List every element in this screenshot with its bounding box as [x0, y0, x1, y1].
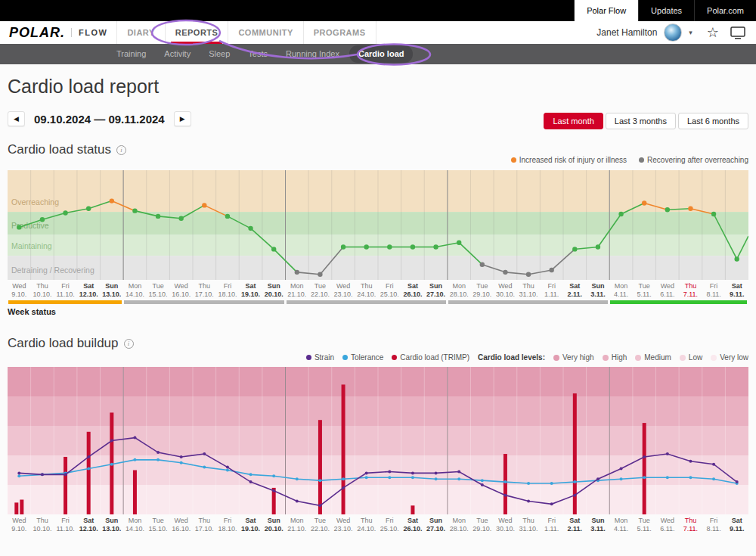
x-axis-label: Sun3.11.: [587, 282, 610, 299]
cardio-load-status-chart: OverreachingProductiveMaintainingDetrain…: [8, 170, 748, 280]
tolerance-point: [17, 474, 20, 477]
x-axis-label: Thu24.10.: [355, 517, 378, 533]
subnav-item-tests[interactable]: Tests: [240, 44, 276, 64]
tolerance-point: [503, 480, 507, 483]
tolerance-point: [249, 473, 253, 476]
next-period-button[interactable]: ▶: [174, 111, 191, 126]
strain-point: [643, 455, 646, 458]
strain-point: [342, 486, 345, 489]
range-buttons: Last month Last 3 months Last 6 months: [544, 113, 748, 129]
topbar-link-polar-com[interactable]: Polar.com: [694, 0, 756, 21]
info-icon[interactable]: i: [116, 145, 126, 155]
subnav-item-activity[interactable]: Activity: [156, 44, 199, 64]
chevron-down-icon[interactable]: ▾: [689, 29, 692, 36]
tolerance-point: [666, 476, 669, 479]
status-point: [549, 268, 553, 272]
x-axis-label: Thu17.10.: [193, 517, 216, 533]
trimp-bar: [87, 432, 91, 514]
nav-item-community[interactable]: COMMUNITY: [228, 21, 302, 44]
x-axis-label: Thu24.10.: [355, 282, 378, 299]
pink-dot-icon: [635, 355, 641, 361]
x-axis-label: Thu31.10.: [517, 282, 541, 299]
x-axis-label: Sat9.11.: [725, 517, 748, 533]
cardio-load-buildup-chart: [8, 367, 748, 514]
nav-item-reports[interactable]: REPORTS: [165, 21, 228, 44]
polar-logo[interactable]: POLAR.: [9, 25, 65, 41]
strain-point: [666, 452, 669, 455]
week-status-segment: [124, 300, 284, 304]
status-point: [387, 244, 392, 249]
x-axis-label: Thu17.10.: [193, 282, 216, 299]
x-axis-label: Wed9.10.: [8, 282, 31, 299]
orange-dot-icon: [511, 157, 516, 163]
strain-point: [573, 494, 576, 497]
subnav-item-running-index[interactable]: Running Index: [277, 44, 348, 64]
last-month-button[interactable]: Last month: [544, 113, 603, 129]
subnav-item-cardio-load[interactable]: Cardio load: [349, 45, 414, 63]
x-axis-label: Sun13.10.: [101, 282, 124, 299]
display-icon[interactable]: [730, 26, 745, 39]
gray-dot-icon: [639, 157, 644, 163]
trimp-bar: [14, 502, 18, 514]
buildup-x-axis: Wed9.10.Thu10.10.Fri11.10.Sat12.10.Sun13…: [8, 517, 748, 533]
strain-point: [736, 480, 739, 483]
status-point: [40, 217, 45, 222]
strain-point: [365, 471, 368, 474]
trimp-bar: [20, 500, 23, 515]
strain-point: [388, 470, 391, 473]
top-bar: Polar Flow Updates Polar.com: [0, 0, 756, 21]
tolerance-point: [156, 458, 160, 461]
status-point: [711, 212, 716, 216]
subnav-item-sleep[interactable]: Sleep: [200, 44, 238, 64]
status-point: [480, 262, 485, 267]
x-axis-label: Mon14.10.: [123, 517, 147, 533]
zone-label: Maintaining: [11, 241, 52, 250]
status-legend: Increased risk of injury or illness Reco…: [511, 156, 748, 164]
strain-point: [296, 499, 299, 502]
blue-dot-icon: [342, 355, 348, 360]
prev-period-button[interactable]: ◀: [8, 111, 25, 126]
x-axis-label: Sun20.10.: [262, 282, 286, 299]
strain-point: [41, 473, 44, 476]
status-point: [178, 216, 183, 221]
strain-point: [527, 499, 530, 502]
status-point: [225, 214, 230, 219]
x-axis-label: Mon28.10.: [448, 282, 471, 299]
status-point: [156, 214, 160, 219]
purple-dot-icon: [306, 355, 311, 360]
status-point: [17, 225, 21, 229]
x-axis-label: Thu10.10.: [31, 282, 54, 299]
x-axis-label: Thu7.11.: [679, 517, 702, 533]
strain-point: [503, 494, 507, 497]
tolerance-point: [133, 458, 136, 461]
user-name[interactable]: Janet Hamilton: [596, 27, 657, 38]
subnav-item-training[interactable]: Training: [108, 44, 154, 64]
buildup-section-title: Cardio load buildup: [8, 336, 119, 351]
status-point: [295, 270, 299, 275]
status-point: [734, 256, 739, 261]
favorite-star-icon[interactable]: ☆: [707, 26, 719, 39]
last-3-months-button[interactable]: Last 3 months: [606, 113, 676, 129]
x-axis-label: Fri11.10.: [54, 517, 77, 533]
nav-item-diary[interactable]: DIARY: [116, 21, 164, 44]
strain-point: [435, 471, 438, 474]
cardio-load-levels-label: Cardio load levels:: [478, 353, 545, 362]
status-point: [364, 244, 368, 249]
info-icon[interactable]: i: [124, 339, 134, 349]
x-axis-label: Fri18.10.: [216, 517, 240, 533]
avatar[interactable]: [664, 23, 682, 42]
reports-subnav: Training Activity Sleep Tests Running In…: [0, 44, 756, 64]
tolerance-point: [643, 476, 646, 479]
nav-item-programs[interactable]: PROGRAMS: [303, 21, 376, 44]
legend-item-high: High: [603, 353, 627, 362]
week-status-bar: [8, 300, 748, 304]
last-6-months-button[interactable]: Last 6 months: [678, 113, 748, 129]
strain-point: [110, 440, 113, 443]
x-axis-label: Wed16.10.: [169, 282, 193, 299]
topbar-link-updates[interactable]: Updates: [638, 0, 694, 21]
x-axis-label: Mon4.11.: [609, 282, 633, 299]
x-axis-label: Sat12.10.: [77, 517, 101, 533]
strain-point: [226, 466, 229, 469]
status-point: [341, 244, 345, 249]
topbar-link-polar-flow[interactable]: Polar Flow: [574, 0, 638, 21]
